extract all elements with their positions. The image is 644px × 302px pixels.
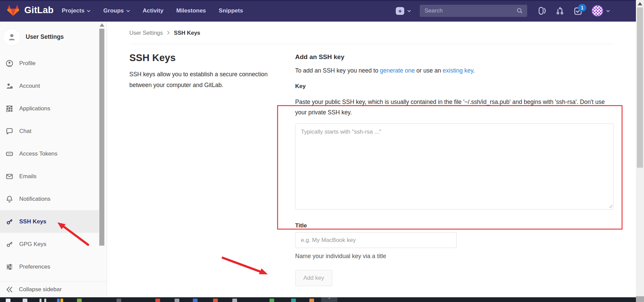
sidebar-header: User Settings [0, 22, 107, 52]
form-intro: To add an SSH key you need to generate o… [295, 67, 624, 74]
merge-request-icon[interactable] [556, 6, 564, 15]
nav-activity[interactable]: Activity [143, 7, 163, 14]
nav-snippets[interactable]: Snippets [219, 7, 243, 14]
add-ssh-key-form: Add an SSH key To add an SSH key you nee… [295, 53, 624, 286]
applications-icon [5, 105, 14, 113]
account-icon [5, 82, 14, 90]
profile-icon [5, 59, 14, 67]
collapse-sidebar-button[interactable]: Collapse sidebar [0, 281, 107, 297]
chevron-down-icon [606, 10, 610, 12]
taskbar-icon[interactable] [40, 299, 42, 302]
sidebar-title: User Settings [26, 33, 64, 40]
plus-icon: + [396, 7, 404, 15]
page-description: SSH keys allow you to establish a secure… [129, 69, 278, 90]
browser-scrollbar[interactable] [636, 0, 644, 302]
main-content: User Settings SSH Keys SSH Keys SSH keys… [107, 22, 636, 297]
taskbar-icon[interactable] [232, 299, 237, 302]
taskbar-icon[interactable] [269, 299, 274, 302]
brand-name: GitLab [24, 5, 54, 16]
taskbar-icon[interactable] [155, 299, 160, 302]
avatar [592, 5, 603, 17]
taskbar-icon[interactable] [291, 299, 296, 302]
navbar-right-icons: 1 [538, 0, 610, 22]
sidebar-item-ssh-keys[interactable]: SSH Keys [0, 210, 99, 233]
taskbar-icon[interactable] [309, 299, 314, 302]
sidebar-item-access-tokens[interactable]: Access Tokens [0, 142, 99, 165]
new-menu[interactable]: + [396, 7, 411, 15]
scrollbar-thumb[interactable] [637, 7, 643, 168]
sidebar-item-profile[interactable]: Profile [0, 52, 99, 75]
navbar-menu: Projects Groups Activity Milestones Snip… [62, 0, 243, 22]
nav-projects[interactable]: Projects [62, 7, 91, 14]
taskbar-active-item[interactable]: ^ [321, 297, 337, 302]
user-menu[interactable] [592, 5, 610, 17]
taskbar-icon[interactable] [117, 299, 121, 302]
access-tokens-icon [5, 150, 14, 158]
todo-count-badge: 1 [578, 4, 586, 11]
section-intro: SSH Keys SSH keys allow you to establish… [129, 52, 278, 90]
tanuki-icon [7, 4, 20, 16]
user-avatar-icon [3, 29, 20, 46]
search-placeholder: Search [424, 7, 516, 14]
title-label: Title [295, 222, 624, 229]
sidebar-nav: Profile Account Applications Chat [0, 52, 99, 278]
generate-one-link[interactable]: generate one [380, 67, 415, 74]
scrollbar-up-arrow[interactable] [638, 2, 642, 5]
chat-icon [5, 127, 14, 135]
sidebar-item-account[interactable]: Account [0, 75, 99, 97]
taskbar-icon[interactable] [44, 299, 46, 302]
issues-icon[interactable] [538, 6, 546, 15]
taskbar-icon[interactable] [77, 299, 82, 302]
gitlab-logo[interactable]: GitLab [7, 4, 54, 16]
collapse-icon [5, 285, 14, 294]
key-label: Key [295, 83, 624, 90]
preferences-icon [5, 263, 14, 271]
notifications-icon [5, 195, 14, 203]
chevron-right-icon [167, 30, 170, 35]
sidebar-item-emails[interactable]: Emails [0, 165, 99, 188]
chevron-down-icon [126, 10, 130, 12]
add-key-button[interactable]: Add key [295, 270, 332, 286]
gpg-keys-icon [5, 240, 14, 248]
sidebar-item-preferences[interactable]: Preferences [0, 255, 99, 278]
nav-groups[interactable]: Groups [103, 7, 130, 14]
taskbar-icon[interactable] [193, 299, 198, 302]
breadcrumb: User Settings SSH Keys [129, 22, 615, 44]
key-help-text: Paste your public SSH key, which is usua… [295, 97, 609, 118]
gitlab-ssh-keys-page: GitLab Projects Groups Activity Mileston… [0, 0, 644, 302]
chevron-down-icon [87, 10, 91, 12]
chevron-up-icon: ^ [328, 297, 330, 302]
search-input[interactable]: Search [420, 5, 527, 17]
sidebar-item-gpg-keys[interactable]: GPG Keys [0, 233, 99, 255]
search-icon [516, 7, 523, 14]
scrollbar-down-arrow[interactable] [636, 296, 644, 302]
form-heading: Add an SSH key [295, 53, 624, 61]
key-textarea[interactable] [295, 123, 614, 210]
todos-icon[interactable]: 1 [573, 6, 583, 16]
taskbar-icon[interactable] [57, 299, 60, 302]
os-taskbar: ^ [0, 297, 644, 302]
sidebar-scrollbar-up-arrow[interactable] [100, 23, 104, 27]
title-help-text: Name your individual key via a title [295, 253, 624, 260]
sidebar-item-chat[interactable]: Chat [0, 120, 99, 142]
sidebar-item-notifications[interactable]: Notifications [0, 188, 99, 210]
taskbar-icon[interactable] [213, 299, 218, 302]
taskbar-icon[interactable] [23, 299, 27, 302]
taskbar-icon[interactable] [175, 299, 179, 302]
breadcrumb-user-settings[interactable]: User Settings [129, 30, 163, 36]
breadcrumb-ssh-keys: SSH Keys [174, 30, 200, 36]
existing-key-link[interactable]: existing key [443, 67, 473, 74]
sidebar-scrollbar-thumb[interactable] [99, 29, 104, 246]
taskbar-icon[interactable] [60, 299, 63, 302]
taskbar-icon[interactable] [6, 299, 10, 302]
ssh-keys-icon [5, 218, 14, 226]
page-title: SSH Keys [129, 52, 278, 63]
page-body: SSH Keys SSH keys allow you to establish… [107, 44, 636, 297]
title-input[interactable] [295, 232, 457, 248]
emails-icon [5, 172, 14, 181]
nav-milestones[interactable]: Milestones [176, 7, 206, 14]
sidebar-item-applications[interactable]: Applications [0, 97, 99, 120]
key-textarea-wrap [295, 123, 614, 210]
chevron-down-icon [407, 10, 411, 12]
top-navbar: GitLab Projects Groups Activity Mileston… [0, 0, 644, 22]
